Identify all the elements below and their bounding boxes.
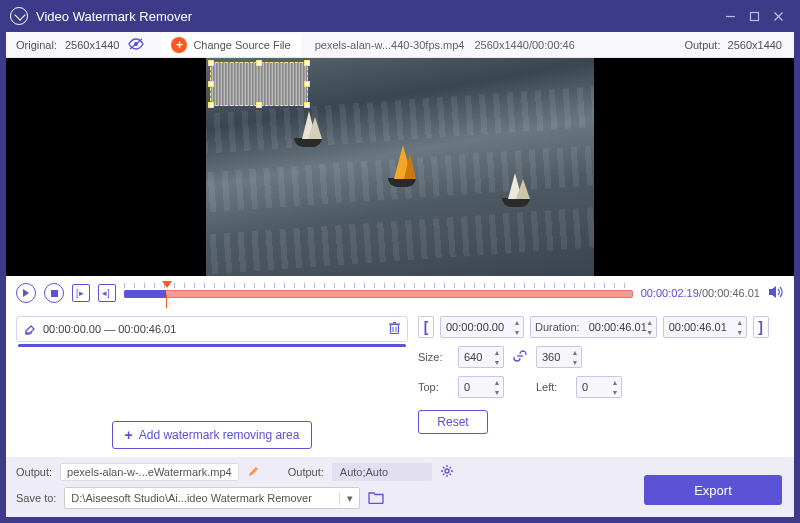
volume-icon[interactable] (768, 285, 784, 302)
svg-text:[▸: [▸ (76, 288, 84, 298)
set-in-point-button[interactable]: [ (418, 316, 434, 338)
svg-text:◂]: ◂] (102, 288, 110, 298)
reset-button[interactable]: Reset (418, 410, 488, 434)
output-format: Auto;Auto (332, 463, 432, 481)
delete-segment-icon[interactable] (388, 321, 401, 337)
spin-down[interactable]: ▼ (734, 327, 746, 337)
segment-item[interactable]: 00:00:00.00 — 00:00:46.01 (16, 316, 408, 342)
change-source-button[interactable]: + Change Source File (161, 34, 300, 56)
svg-rect-7 (51, 290, 58, 297)
output-resolution-group: Output: 2560x1440 (672, 39, 794, 51)
source-meta: 2560x1440/00:00:46 (474, 39, 574, 51)
start-time-input[interactable]: 00:00:00.00▲▼ (440, 316, 524, 338)
resize-handle[interactable] (256, 102, 262, 108)
source-filename: pexels-alan-w...440-30fps.mp4 (315, 39, 465, 51)
resize-handle[interactable] (304, 81, 310, 87)
top-label: Top: (418, 381, 452, 393)
spin-down[interactable]: ▼ (491, 357, 503, 367)
visibility-toggle-icon[interactable] (127, 37, 145, 53)
minimize-button[interactable] (718, 4, 742, 28)
aspect-lock-icon[interactable] (513, 350, 527, 364)
svg-point-18 (445, 469, 449, 473)
spin-up[interactable]: ▲ (644, 317, 656, 327)
spin-down[interactable]: ▼ (491, 387, 503, 397)
app-title: Video Watermark Remover (36, 9, 718, 24)
spin-down[interactable]: ▼ (511, 327, 523, 337)
output-resolution: 2560x1440 (728, 39, 782, 51)
output-label: Output: (684, 39, 720, 51)
spin-up[interactable]: ▲ (491, 347, 503, 357)
segment-range: 00:00:00.00 — 00:00:46.01 (43, 323, 176, 335)
end-time-input[interactable]: 00:00:46.01▲▼ (663, 316, 747, 338)
properties-panel: [ 00:00:00.00▲▼ Duration:00:00:46.01▲▼ 0… (418, 316, 784, 453)
output-settings-icon[interactable] (440, 464, 454, 480)
spin-down[interactable]: ▼ (644, 327, 656, 337)
resize-handle[interactable] (208, 102, 214, 108)
width-input[interactable]: 640▲▼ (458, 346, 504, 368)
set-end-button[interactable]: ◂] (98, 284, 116, 302)
chevron-down-icon[interactable]: ▾ (339, 492, 359, 505)
playback-bar: [▸ ◂] 00:00:02.19/00:00:46.01 (6, 276, 794, 310)
current-time: 00:00:02.19 (641, 287, 699, 299)
resize-handle[interactable] (304, 60, 310, 66)
spin-up[interactable]: ▲ (511, 317, 523, 327)
app-logo-icon (10, 7, 28, 25)
svg-rect-1 (750, 12, 758, 20)
size-label: Size: (418, 351, 452, 363)
open-folder-icon[interactable] (368, 491, 384, 506)
info-bar: Original: 2560x1440 + Change Source File… (6, 32, 794, 58)
panels: 00:00:00.00 — 00:00:46.01 + Add watermar… (6, 310, 794, 457)
left-input[interactable]: 0▲▼ (576, 376, 622, 398)
add-area-label: Add watermark removing area (139, 428, 300, 442)
output-filename: pexels-alan-w-...eWatermark.mp4 (60, 463, 239, 481)
resize-handle[interactable] (208, 81, 214, 87)
edit-filename-icon[interactable] (247, 465, 260, 480)
original-resolution-group: Original: 2560x1440 (6, 37, 155, 53)
save-to-label: Save to: (16, 492, 56, 504)
set-out-point-button[interactable]: ] (753, 316, 769, 338)
svg-marker-6 (23, 289, 29, 297)
video-preview[interactable] (6, 58, 794, 276)
timeline[interactable] (124, 285, 633, 301)
original-label: Original: (16, 39, 57, 51)
output-format-label: Output: (288, 466, 324, 478)
video-frame (206, 58, 594, 276)
close-button[interactable] (766, 4, 790, 28)
watermark-selection-box[interactable] (210, 62, 308, 106)
spin-up[interactable]: ▲ (569, 347, 581, 357)
save-path: D:\Aiseesoft Studio\Ai...ideo Watermark … (65, 492, 339, 504)
spin-up[interactable]: ▲ (734, 317, 746, 327)
set-start-button[interactable]: [▸ (72, 284, 90, 302)
spin-up[interactable]: ▲ (609, 377, 621, 387)
bottom-bar: Output: pexels-alan-w-...eWatermark.mp4 … (6, 457, 794, 517)
spin-down[interactable]: ▼ (609, 387, 621, 397)
plus-icon: + (171, 37, 187, 53)
playhead[interactable] (162, 281, 172, 288)
top-input[interactable]: 0▲▼ (458, 376, 504, 398)
maximize-button[interactable] (742, 4, 766, 28)
add-watermark-area-button[interactable]: + Add watermark removing area (112, 421, 312, 449)
total-time: 00:00:46.01 (702, 287, 760, 299)
segment-timeline-bar (18, 344, 406, 347)
svg-rect-12 (391, 325, 399, 334)
eraser-icon (23, 321, 37, 337)
original-resolution: 2560x1440 (65, 39, 119, 51)
stop-button[interactable] (44, 283, 64, 303)
plus-icon: + (125, 427, 133, 443)
save-path-dropdown[interactable]: D:\Aiseesoft Studio\Ai...ideo Watermark … (64, 487, 360, 509)
spin-up[interactable]: ▲ (491, 377, 503, 387)
change-source-label: Change Source File (193, 39, 290, 51)
height-input[interactable]: 360▲▼ (536, 346, 582, 368)
time-display: 00:00:02.19/00:00:46.01 (641, 287, 760, 299)
resize-handle[interactable] (304, 102, 310, 108)
export-button[interactable]: Export (644, 475, 782, 505)
resize-handle[interactable] (208, 60, 214, 66)
output-name-label: Output: (16, 466, 52, 478)
play-button[interactable] (16, 283, 36, 303)
resize-handle[interactable] (256, 60, 262, 66)
svg-marker-10 (769, 286, 776, 298)
spin-down[interactable]: ▼ (569, 357, 581, 367)
left-label: Left: (536, 381, 570, 393)
content-area: Original: 2560x1440 + Change Source File… (6, 32, 794, 517)
duration-input[interactable]: Duration:00:00:46.01▲▼ (530, 316, 657, 338)
